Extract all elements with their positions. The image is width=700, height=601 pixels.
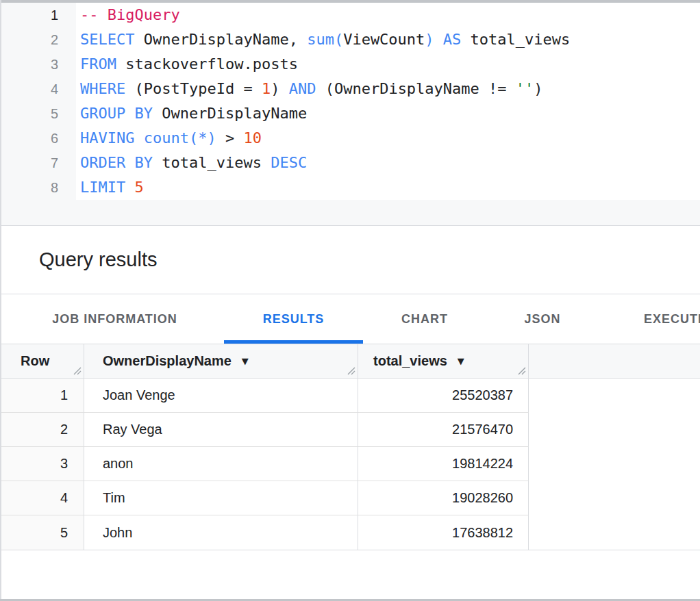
- table-row: 2 Ray Vega 21576470: [0, 413, 700, 447]
- results-tab-bar: JOB INFORMATION RESULTS CHART JSON EXECU…: [0, 294, 700, 344]
- column-header-owner-display-name[interactable]: OwnerDisplayName ▼: [84, 344, 358, 379]
- line-number: 4: [0, 77, 76, 101]
- line-number: 5: [0, 101, 76, 126]
- column-header-row[interactable]: Row: [0, 344, 84, 379]
- line-number: 6: [0, 126, 76, 151]
- code-line: 5 GROUP BY OwnerDisplayName: [0, 101, 700, 126]
- views-cell: 19814224: [358, 447, 529, 481]
- sql-editor[interactable]: 1 -- BigQuery 2 SELECT OwnerDisplayName,…: [0, 3, 700, 200]
- sort-dropdown-icon[interactable]: ▼: [242, 356, 249, 366]
- column-label: Row: [21, 353, 49, 369]
- column-label: total_views: [373, 353, 447, 369]
- row-number-cell: 3: [0, 447, 84, 481]
- table-header-row: Row OwnerDisplayName ▼ total_views ▼: [0, 344, 700, 379]
- line-number: 2: [0, 27, 76, 52]
- owner-cell: Ray Vega: [84, 413, 358, 447]
- code-text: LIMIT 5: [76, 175, 144, 200]
- column-resize-handle-icon[interactable]: [346, 366, 355, 375]
- code-text: HAVING count(*) > 10: [76, 126, 262, 151]
- line-number: 1: [0, 3, 76, 27]
- code-line: 7 ORDER BY total_views DESC: [0, 151, 700, 175]
- views-cell: 21576470: [358, 413, 529, 447]
- editor-footer-strip: [0, 200, 700, 226]
- code-text: FROM stackoverflow.posts: [76, 52, 298, 77]
- code-text: ORDER BY total_views DESC: [76, 151, 307, 175]
- views-cell: 25520387: [358, 379, 529, 413]
- tab-execution-details[interactable]: EXECUTI: [644, 294, 700, 344]
- page-title: Query results: [39, 248, 157, 271]
- row-filler: [529, 413, 700, 447]
- header-filler: [529, 344, 700, 379]
- code-line: 6 HAVING count(*) > 10: [0, 126, 700, 151]
- owner-cell: anon: [84, 447, 358, 481]
- table-row: 4 Tim 19028260: [0, 481, 700, 515]
- row-number-cell: 5: [0, 515, 84, 550]
- query-results-header: Query results: [0, 226, 700, 294]
- column-header-total-views[interactable]: total_views ▼: [358, 344, 529, 379]
- tab-job-information[interactable]: JOB INFORMATION: [21, 294, 209, 344]
- line-number: 7: [0, 151, 76, 175]
- owner-cell: John: [84, 515, 358, 550]
- row-number-cell: 4: [0, 481, 84, 515]
- code-text: GROUP BY OwnerDisplayName: [76, 101, 307, 126]
- views-cell: 19028260: [358, 481, 529, 515]
- tab-json[interactable]: JSON: [491, 294, 594, 344]
- column-label: OwnerDisplayName: [103, 353, 232, 369]
- row-number-cell: 2: [0, 413, 84, 447]
- table-row: 1 Joan Venge 25520387: [0, 379, 700, 413]
- row-filler: [529, 447, 700, 481]
- column-resize-handle-icon[interactable]: [72, 366, 82, 375]
- table-row: 5 John 17638812: [0, 515, 700, 550]
- views-cell: 17638812: [358, 515, 529, 550]
- code-line: 8 LIMIT 5: [0, 175, 700, 200]
- column-resize-handle-icon[interactable]: [516, 366, 526, 375]
- code-line: 4 WHERE (PostTypeId = 1) AND (OwnerDispl…: [0, 77, 700, 101]
- code-text: -- BigQuery: [76, 3, 180, 27]
- row-filler: [529, 481, 700, 515]
- code-text: SELECT OwnerDisplayName, sum(ViewCount) …: [76, 27, 570, 52]
- code-text: WHERE (PostTypeId = 1) AND (OwnerDisplay…: [76, 77, 543, 101]
- code-line: 3 FROM stackoverflow.posts: [0, 52, 700, 77]
- line-number: 8: [0, 175, 76, 200]
- left-divider: [0, 0, 1, 601]
- tab-results[interactable]: RESULTS: [224, 294, 363, 344]
- results-table: Row OwnerDisplayName ▼ total_views ▼ 1 J…: [0, 344, 700, 550]
- line-number: 3: [0, 52, 76, 77]
- row-filler: [529, 379, 700, 413]
- sort-dropdown-icon[interactable]: ▼: [458, 356, 464, 366]
- row-filler: [529, 515, 700, 550]
- owner-cell: Tim: [84, 481, 358, 515]
- owner-cell: Joan Venge: [84, 379, 358, 413]
- code-line: 2 SELECT OwnerDisplayName, sum(ViewCount…: [0, 27, 700, 52]
- table-row: 3 anon 19814224: [0, 447, 700, 481]
- row-number-cell: 1: [0, 379, 84, 413]
- tab-chart[interactable]: CHART: [373, 294, 476, 344]
- code-line: 1 -- BigQuery: [0, 3, 700, 27]
